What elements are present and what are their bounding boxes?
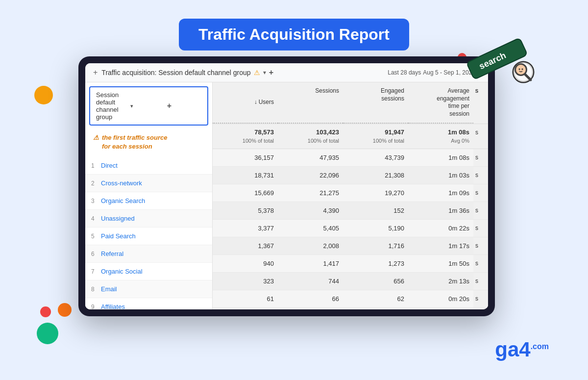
row-channel-name: Organic Search xyxy=(101,197,145,204)
row-number: 8 xyxy=(91,286,101,293)
svg-point-8 xyxy=(519,69,520,70)
engaged-cell: 1,716 xyxy=(343,237,408,254)
users-label: Users xyxy=(259,99,274,106)
dimension-label: Session default channel group xyxy=(96,91,130,121)
warning-triangle-icon: ⚠ xyxy=(93,133,99,142)
page-title: Traffic Acquisition Report xyxy=(198,25,390,44)
row-number: 3 xyxy=(91,198,101,204)
users-total: 78,573 100% of total xyxy=(213,124,278,149)
sessions-cell: 47,935 xyxy=(278,149,343,166)
table-row[interactable]: 2 Cross-network xyxy=(85,175,212,192)
avg-cell: 1m 17s xyxy=(408,237,473,254)
partial-cell xyxy=(473,149,488,166)
sessions-cell: 1,417 xyxy=(278,255,343,272)
avg-cell: 1m 09s xyxy=(408,184,473,202)
deco-circle-red-1 xyxy=(40,306,51,317)
table-row[interactable]: 7 Organic Social xyxy=(85,263,212,280)
sessions-label: Sessions xyxy=(315,87,339,94)
table-row[interactable]: 1 Direct xyxy=(85,157,212,175)
sessions-total: 103,423 100% of total xyxy=(278,124,343,149)
table-row[interactable]: 3 Organic Search xyxy=(85,192,212,210)
engaged-total-pct: 100% of total xyxy=(347,137,404,145)
row-channel-name: Referral xyxy=(101,250,123,257)
table-row[interactable]: 4 Unassigned xyxy=(85,210,212,228)
sessions-column-header[interactable]: Sessions xyxy=(278,82,343,124)
dimension-selector[interactable]: Session default channel group ▾ + xyxy=(89,86,208,126)
row-channel-name: Organic Social xyxy=(101,268,143,275)
avg-cell: 0m 22s xyxy=(408,220,473,237)
svg-point-7 xyxy=(516,65,526,75)
users-cell: 1,367 xyxy=(213,237,278,254)
sessions-cell: 66 xyxy=(278,290,343,307)
avg-cell: 1m 03s xyxy=(408,167,473,184)
row-number: 9 xyxy=(91,304,101,309)
row-number: 1 xyxy=(91,162,101,169)
engaged-cell: 62 xyxy=(343,290,408,307)
table-row: 61 66 62 0m 20s xyxy=(213,290,488,308)
laptop-screen: + Traffic acquisition: Session default c… xyxy=(85,63,488,309)
search-decoration: search xyxy=(466,37,544,91)
sessions-cell: 4,390 xyxy=(278,202,343,219)
engaged-cell: 152 xyxy=(343,202,408,219)
engaged-total: 91,947 100% of total xyxy=(343,124,408,149)
partial-cell xyxy=(473,220,488,237)
row-channel-name: Email xyxy=(101,285,117,293)
partial-cell xyxy=(473,255,488,272)
dimension-arrow-icon: ▾ xyxy=(130,103,165,109)
users-cell: 36,157 xyxy=(213,149,278,166)
report-header: + Traffic acquisition: Session default c… xyxy=(85,63,488,82)
partial-cell xyxy=(473,202,488,219)
engaged-sessions-column-header[interactable]: Engagedsessions xyxy=(343,82,408,124)
engaged-sessions-label: Engagedsessions xyxy=(381,87,404,102)
partial-cell xyxy=(473,184,488,202)
table-row: 1,367 2,008 1,716 1m 17s xyxy=(213,237,488,255)
title-dropdown-arrow[interactable]: ▾ xyxy=(263,69,266,76)
partial-cell xyxy=(473,290,488,307)
avg-engagement-column-header[interactable]: Averageengagementtime persession xyxy=(408,82,473,124)
engaged-cell: 43,739 xyxy=(343,149,408,166)
sessions-cell: 22,096 xyxy=(278,167,343,184)
partial-totals xyxy=(473,124,488,149)
table-row[interactable]: 6 Referral xyxy=(85,245,212,263)
row-number: 5 xyxy=(91,233,101,240)
sessions-cell: 2,008 xyxy=(278,237,343,254)
users-cell: 5,378 xyxy=(213,202,278,219)
warning-icon: ⚠ xyxy=(254,69,260,76)
sessions-total-pct: 100% of total xyxy=(282,137,339,145)
table-row: 36,157 47,935 43,739 1m 08s xyxy=(213,149,488,167)
dimension-plus-icon[interactable]: + xyxy=(167,101,201,110)
users-column-header[interactable]: ↓ Users xyxy=(213,82,278,124)
totals-row: 78,573 100% of total 103,423 100% of tot… xyxy=(213,124,488,149)
warning-box: ⚠ the first traffic sourcefor each sessi… xyxy=(85,129,212,157)
partial-cell xyxy=(473,273,488,290)
title-plus-icon[interactable]: + xyxy=(269,68,273,77)
table-row: 3,377 5,405 5,190 0m 22s xyxy=(213,220,488,237)
table-row: 323 744 656 2m 13s xyxy=(213,273,488,290)
warning-text: the first traffic sourcefor each session xyxy=(102,133,167,151)
table-row[interactable]: 8 Email xyxy=(85,280,212,298)
add-report-button[interactable]: + xyxy=(93,68,98,77)
date-label: Last 28 days xyxy=(388,69,421,76)
table-row[interactable]: 5 Paid Search xyxy=(85,228,212,245)
users-cell: 18,731 xyxy=(213,167,278,184)
deco-circle-orange-1 xyxy=(34,86,53,104)
svg-point-9 xyxy=(522,69,523,70)
avg-cell: 1m 36s xyxy=(408,202,473,219)
right-data-rows: 36,157 47,935 43,739 1m 08s 18,731 22,09… xyxy=(213,149,488,309)
users-cell: 323 xyxy=(213,273,278,290)
table-row[interactable]: 9 Affiliates xyxy=(85,298,212,309)
row-channel-name: Affiliates xyxy=(101,303,125,309)
users-cell: 3,377 xyxy=(213,220,278,237)
row-channel-name: Paid Search xyxy=(101,232,136,240)
table-row: 940 1,417 1,273 1m 50s xyxy=(213,255,488,273)
users-total-pct: 100% of total xyxy=(217,137,274,145)
sort-arrow-icon: ↓ xyxy=(254,99,257,106)
table-area: Session default channel group ▾ + ⚠ the … xyxy=(85,82,488,309)
avg-engagement-label: Averageengagementtime persession xyxy=(437,87,469,117)
engaged-total-value: 91,947 xyxy=(347,128,404,137)
avg-total-sub: Avg 0% xyxy=(412,137,469,145)
engaged-cell: 5,190 xyxy=(343,220,408,237)
table-row: 18,731 22,096 21,308 1m 03s xyxy=(213,167,488,184)
avg-total: 1m 08s Avg 0% xyxy=(408,124,473,149)
engaged-cell: 21,308 xyxy=(343,167,408,184)
